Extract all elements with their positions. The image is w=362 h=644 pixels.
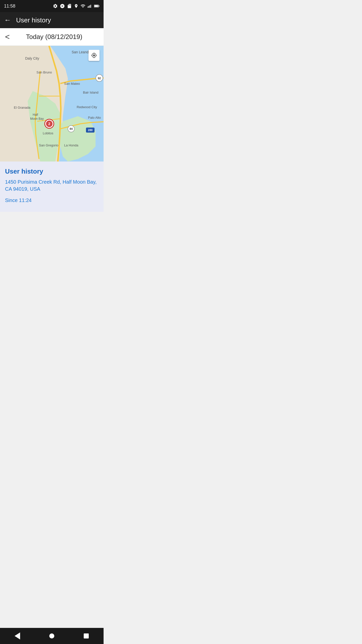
info-card-address: 1450 Purisima Creek Rd, Half Moon Bay, C… — [5, 178, 99, 192]
svg-text:92: 92 — [98, 77, 101, 80]
bottom-nav — [0, 628, 104, 644]
sd-card-icon — [67, 4, 72, 9]
info-card-title: User history — [5, 168, 99, 175]
settings-icon — [53, 4, 58, 9]
svg-rect-6 — [99, 6, 99, 7]
svg-text:San Mateo: San Mateo — [64, 82, 80, 86]
svg-rect-0 — [88, 7, 88, 8]
recents-square-icon — [84, 633, 89, 638]
svg-rect-3 — [90, 5, 91, 8]
svg-rect-5 — [94, 5, 98, 7]
date-nav: < Today (08/12/2019) — [0, 28, 104, 46]
home-circle-icon — [49, 633, 54, 638]
svg-text:Half: Half — [33, 113, 38, 116]
status-bar: 11:58 — [0, 0, 104, 12]
svg-text:San Bruno: San Bruno — [36, 70, 52, 74]
map-container[interactable]: San Leandro Daly City San Bruno San Mate… — [0, 46, 104, 162]
svg-text:El Granada: El Granada — [14, 106, 31, 109]
map-svg: San Leandro Daly City San Bruno San Mate… — [0, 46, 104, 162]
my-location-icon — [91, 52, 97, 58]
nav-back-button[interactable] — [10, 628, 25, 643]
wifi-icon — [80, 4, 85, 9]
nav-recents-button[interactable] — [79, 628, 94, 643]
svg-text:Bair Island: Bair Island — [83, 91, 98, 94]
svg-text:Daly City: Daly City — [25, 56, 39, 60]
info-card: User history 1450 Purisima Creek Rd, Hal… — [0, 162, 104, 212]
notification-icon — [60, 4, 65, 9]
svg-text:Lobitos: Lobitos — [43, 131, 53, 135]
svg-text:84: 84 — [70, 127, 73, 130]
nav-home-button[interactable] — [44, 628, 59, 643]
svg-text:Moon Bay: Moon Bay — [30, 117, 44, 120]
date-back-button[interactable]: < — [5, 32, 10, 42]
info-card-since: Since 11:24 — [5, 197, 99, 203]
gps-icon — [74, 4, 78, 8]
app-bar: ← User history — [0, 12, 104, 28]
svg-text:Palo Alto: Palo Alto — [88, 116, 101, 119]
svg-rect-1 — [89, 6, 89, 8]
svg-text:2: 2 — [48, 122, 50, 126]
date-nav-title: Today (08/12/2019) — [10, 33, 99, 41]
back-triangle-icon — [15, 632, 20, 639]
svg-text:San Gregorio: San Gregorio — [39, 143, 58, 147]
status-time: 11:58 — [4, 4, 15, 9]
svg-text:Redwood City: Redwood City — [77, 105, 97, 109]
back-button[interactable]: ← — [4, 16, 11, 24]
app-bar-title: User history — [16, 16, 51, 24]
status-icons — [53, 4, 100, 9]
svg-rect-2 — [89, 5, 90, 8]
svg-text:La Honda: La Honda — [64, 143, 78, 147]
location-button[interactable] — [88, 50, 100, 61]
svg-text:280: 280 — [88, 129, 93, 132]
battery-icon — [94, 4, 100, 8]
signal-icon — [87, 4, 92, 8]
